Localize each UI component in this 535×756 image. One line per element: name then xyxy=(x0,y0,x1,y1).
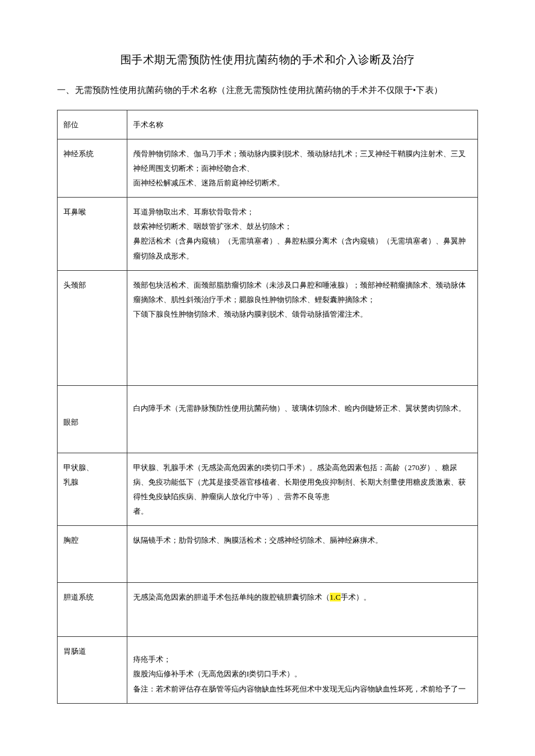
table-row: 胃肠道痔疮手术；腹股沟疝修补手术（无高危因素的I类切口手术）。备注：若术前评估存… xyxy=(58,637,478,703)
table-row: 甲状腺、乳腺甲状腺、乳腺手术（无感染高危因素的I类切口手术）。感染高危因素包括：… xyxy=(58,453,478,525)
table-row: 耳鼻喉耳道异物取出术、耳廓软骨取骨术；鼓索神经切断术、咽鼓管扩张术、鼓丛切除术；… xyxy=(58,198,478,270)
section-heading: 一、无需预防性使用抗菌药物的手术名称（注意无需预防性使用抗菌药物的手术并不仅限于… xyxy=(57,85,478,96)
column-header-site: 部位 xyxy=(58,110,127,139)
cell-site: 胆道系统 xyxy=(58,583,127,637)
table-row: 胸腔纵隔镜手术；肋骨切除术、胸膜活检术；交感神经切除术、膈神经麻痹术。 xyxy=(58,526,478,583)
cell-name: 无感染高危因素的胆道手术包括单纯的腹腔镜胆囊切除术（1.C手术）。 xyxy=(127,583,478,637)
cell-site: 甲状腺、乳腺 xyxy=(58,453,127,525)
cell-site: 胸腔 xyxy=(58,526,127,583)
cell-name: 白内障手术（无需静脉预防性使用抗菌药物）、玻璃体切除术、睑内倒睫矫正术、翼状赘肉… xyxy=(127,385,478,453)
cell-name: 痔疮手术；腹股沟疝修补手术（无高危因素的I类切口手术）。备注：若术前评估存在肠管… xyxy=(127,637,478,703)
cell-name: 颈部包块活检术、面颈部脂肪瘤切除术（未涉及口鼻腔和唾液腺）；颈部神经鞘瘤摘除术、… xyxy=(127,270,478,385)
document-title: 围手术期无需预防性使用抗菌药物的手术和介入诊断及治疗 xyxy=(57,52,478,67)
table-row: 胆道系统无感染高危因素的胆道手术包括单纯的腹腔镜胆囊切除术（1.C手术）。 xyxy=(58,583,478,637)
cell-site: 胃肠道 xyxy=(58,637,127,703)
cell-site: 耳鼻喉 xyxy=(58,198,127,270)
surgery-table: 部位手术名称神经系统颅骨肿物切除术、伽马刀手术；颈动脉内膜剥脱术、颈动脉结扎术；… xyxy=(57,110,478,704)
cell-name: 耳道异物取出术、耳廓软骨取骨术；鼓索神经切断术、咽鼓管扩张术、鼓丛切除术；鼻腔活… xyxy=(127,198,478,270)
table-row: 眼部白内障手术（无需静脉预防性使用抗菌药物）、玻璃体切除术、睑内倒睫矫正术、翼状… xyxy=(58,385,478,453)
cell-name: 纵隔镜手术；肋骨切除术、胸膜活检术；交感神经切除术、膈神经麻痹术。 xyxy=(127,526,478,583)
table-header-row: 部位手术名称 xyxy=(58,110,478,139)
cell-site: 神经系统 xyxy=(58,139,127,198)
table-row: 头颈部颈部包块活检术、面颈部脂肪瘤切除术（未涉及口鼻腔和唾液腺）；颈部神经鞘瘤摘… xyxy=(58,270,478,385)
cell-site: 头颈部 xyxy=(58,270,127,385)
cell-name: 颅骨肿物切除术、伽马刀手术；颈动脉内膜剥脱术、颈动脉结扎术；三叉神经干鞘膜内注射… xyxy=(127,139,478,198)
table-row: 神经系统颅骨肿物切除术、伽马刀手术；颈动脉内膜剥脱术、颈动脉结扎术；三叉神经干鞘… xyxy=(58,139,478,198)
highlighted-text: 1.C xyxy=(330,593,341,601)
cell-site: 眼部 xyxy=(58,385,127,453)
cell-name: 甲状腺、乳腺手术（无感染高危因素的I类切口手术）。感染高危因素包括：高龄（270… xyxy=(127,453,478,525)
column-header-name: 手术名称 xyxy=(127,110,478,139)
